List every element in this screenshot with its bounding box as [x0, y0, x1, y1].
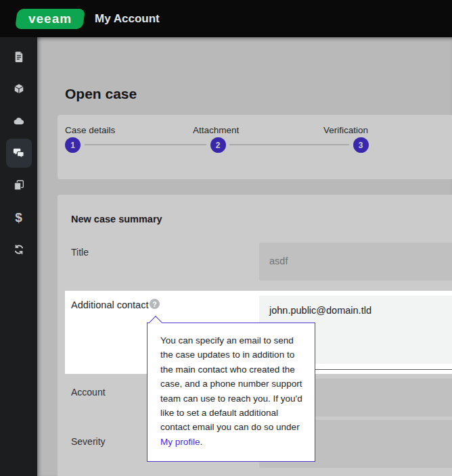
dollar-icon: $: [15, 211, 22, 224]
additional-contact-email-value: john.public@domain.tld: [259, 295, 452, 316]
additional-contact-label: Additional contact: [71, 300, 148, 310]
veeam-logo: veeam: [15, 9, 85, 29]
sidebar-item-cloud[interactable]: [6, 106, 32, 135]
help-icon[interactable]: ?: [150, 299, 160, 309]
cube-icon: [13, 82, 25, 95]
copy-pages-icon: [13, 179, 25, 191]
sidebar-item-sync[interactable]: [6, 235, 32, 264]
cloud-icon: [13, 115, 25, 127]
topbar: veeam My Account: [0, 0, 452, 37]
app-title: My Account: [95, 12, 160, 26]
sidebar: $: [0, 37, 37, 476]
tooltip-text-body: You can specify an email to send the cas…: [160, 335, 302, 432]
tooltip-text: You can specify an email to send the cas…: [160, 333, 306, 449]
sidebar-item-cube[interactable]: [6, 74, 32, 103]
screen: veeam My Account: [0, 0, 452, 476]
help-tooltip: You can specify an email to send the cas…: [147, 323, 315, 462]
document-icon: [13, 51, 25, 63]
sync-icon: [13, 243, 25, 256]
tooltip-text-period: .: [200, 437, 203, 447]
main-content: Open case Case details Attachment Verifi…: [37, 37, 452, 476]
sidebar-item-copy[interactable]: [6, 170, 32, 199]
my-profile-link[interactable]: My profile: [160, 437, 200, 447]
sidebar-item-document[interactable]: [6, 42, 32, 71]
veeam-logo-text: veeam: [28, 11, 72, 26]
chat-bubbles-icon: [12, 147, 25, 160]
sidebar-item-dollar[interactable]: $: [6, 203, 32, 232]
sidebar-item-chat[interactable]: [6, 139, 32, 168]
